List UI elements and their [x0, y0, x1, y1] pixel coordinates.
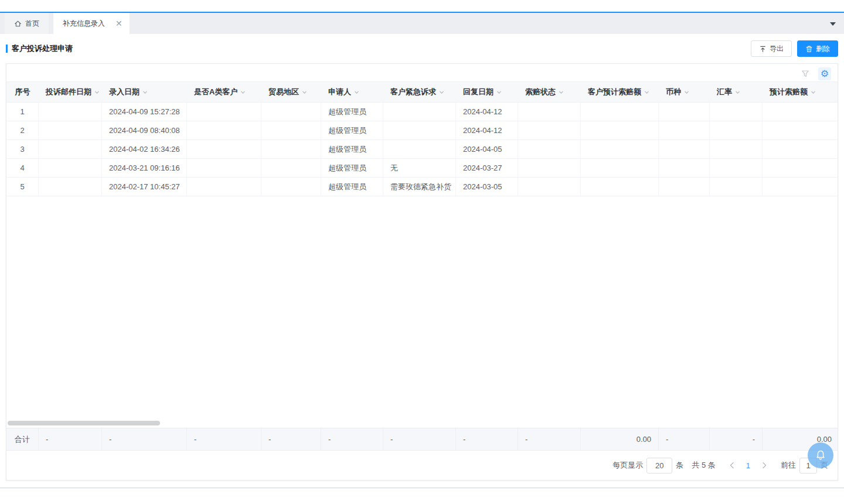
- column-header-urgent-request[interactable]: 客户紧急诉求: [383, 82, 456, 102]
- chevron-down-icon: [240, 90, 246, 95]
- table-row[interactable]: 32024-04-02 16:34:26超级管理员2024-04-05: [6, 140, 838, 159]
- cell-customer-est-claim: [581, 140, 659, 158]
- cell-index: 2: [6, 121, 39, 139]
- summary-exchange-rate: -: [710, 428, 763, 450]
- cell-est-claim: [763, 103, 839, 121]
- column-header-label: 客户紧急诉求: [390, 87, 436, 97]
- cell-trade-region: [261, 103, 321, 121]
- cell-is-class-a: [187, 121, 261, 139]
- delete-label: 删除: [816, 44, 830, 54]
- cell-customer-est-claim: [581, 103, 659, 121]
- column-header-applicant[interactable]: 申请人: [321, 82, 383, 102]
- column-header-index: 序号: [6, 82, 39, 102]
- bottom-divider: [0, 488, 844, 488]
- cell-urgent-request: [383, 140, 456, 158]
- chevron-down-icon: [684, 90, 689, 95]
- table-row[interactable]: 22024-04-09 08:40:08超级管理员2024-04-12: [6, 121, 838, 140]
- tab-supplementary-info-entry[interactable]: 补充信息录入 ✕: [53, 13, 130, 34]
- cell-entry-date: 2024-04-02 16:34:26: [102, 140, 187, 158]
- horizontal-scrollbar: [6, 421, 838, 428]
- cell-urgent-request: [383, 121, 456, 139]
- summary-is-class-a: -: [187, 428, 261, 450]
- table-body: 12024-04-09 15:27:28超级管理员2024-04-1222024…: [6, 103, 838, 196]
- page-size-input[interactable]: [646, 458, 672, 474]
- column-header-complaint-mail-date[interactable]: 投诉邮件日期: [39, 82, 102, 102]
- delete-button[interactable]: 删除: [797, 40, 838, 57]
- current-page-button[interactable]: 1: [740, 461, 756, 470]
- chevron-down-icon: [94, 90, 100, 95]
- chevron-down-icon: [496, 90, 502, 95]
- home-icon: [14, 20, 22, 28]
- chevron-right-icon[interactable]: [756, 462, 772, 469]
- cell-complaint-mail-date: [39, 178, 102, 196]
- cell-est-claim: [763, 178, 839, 196]
- cell-claim-status: [518, 159, 581, 177]
- column-header-reply-date[interactable]: 回复日期: [456, 82, 518, 102]
- summary-currency: -: [659, 428, 710, 450]
- close-icon[interactable]: ✕: [115, 19, 122, 28]
- column-header-currency[interactable]: 币种: [659, 82, 710, 102]
- cell-reply-date: 2024-04-12: [456, 121, 518, 139]
- tab-home[interactable]: 首页: [5, 13, 49, 34]
- tab-home-label: 首页: [25, 19, 39, 29]
- table-row[interactable]: 52024-02-17 10:45:27超级管理员需要玫德紧急补货2024-03…: [6, 178, 838, 196]
- funnel-icon[interactable]: [799, 67, 812, 80]
- table-toolbar: ⚙: [6, 64, 838, 81]
- table-row[interactable]: 42024-03-21 09:16:16超级管理员无2024-03-27: [6, 159, 838, 178]
- table-row[interactable]: 12024-04-09 15:27:28超级管理员2024-04-12: [6, 103, 838, 121]
- total-count-label: 共 5 条: [692, 460, 715, 471]
- table-panel: ⚙ 序号投诉邮件日期录入日期是否A类客户贸易地区申请人客户紧急诉求回复日期索赔状…: [6, 63, 838, 481]
- cell-index: 3: [6, 140, 39, 158]
- toolbar-actions: 导出 删除: [751, 40, 838, 57]
- column-header-label: 是否A类客户: [194, 87, 237, 97]
- cell-urgent-request: 需要玫德紧急补货: [383, 178, 456, 196]
- cell-customer-est-claim: [581, 178, 659, 196]
- trash-icon: [805, 45, 813, 53]
- caret-down-icon: [830, 22, 836, 29]
- cell-claim-status: [518, 103, 581, 121]
- column-header-is-class-a[interactable]: 是否A类客户: [187, 82, 261, 102]
- export-label: 导出: [770, 44, 784, 54]
- summary-claim-status: -: [518, 428, 581, 450]
- page-size-unit: 条: [676, 460, 683, 471]
- column-header-entry-date[interactable]: 录入日期: [102, 82, 187, 102]
- cell-is-class-a: [187, 159, 261, 177]
- cell-est-claim: [763, 140, 839, 158]
- column-header-label: 申请人: [328, 87, 351, 97]
- column-header-label: 投诉邮件日期: [46, 87, 91, 97]
- cell-currency: [659, 140, 710, 158]
- horizontal-scrollbar-thumb[interactable]: [8, 421, 160, 425]
- main-content: 客户投诉处理申请 导出 删除: [0, 34, 844, 481]
- chevron-down-icon: [735, 90, 740, 95]
- table-empty-space: [6, 196, 838, 421]
- table-summary-row: 合计--------0.00--0.00: [6, 428, 838, 451]
- column-header-trade-region[interactable]: 贸易地区: [261, 82, 321, 102]
- export-button[interactable]: 导出: [751, 40, 792, 57]
- cell-exchange-rate: [710, 103, 763, 121]
- column-header-est-claim[interactable]: 预计索赔额: [763, 82, 839, 102]
- cell-reply-date: 2024-04-05: [456, 140, 518, 158]
- tab-label: 补充信息录入: [63, 19, 105, 29]
- chevron-down-icon: [811, 90, 816, 95]
- column-header-exchange-rate[interactable]: 汇率: [710, 82, 763, 102]
- cell-currency: [659, 103, 710, 121]
- cell-index: 1: [6, 103, 39, 121]
- gear-icon[interactable]: ⚙: [818, 67, 831, 80]
- column-header-label: 币种: [666, 87, 681, 97]
- cell-currency: [659, 159, 710, 177]
- chevron-down-icon: [644, 90, 649, 95]
- cell-urgent-request: [383, 103, 456, 121]
- column-header-customer-est-claim[interactable]: 客户预计索赔额: [581, 82, 659, 102]
- cell-est-claim: [763, 121, 839, 139]
- column-header-claim-status[interactable]: 索赔状态: [518, 82, 581, 102]
- cell-is-class-a: [187, 178, 261, 196]
- cell-est-claim: [763, 159, 839, 177]
- cell-reply-date: 2024-04-12: [456, 103, 518, 121]
- chevron-down-icon: [142, 90, 148, 95]
- chevron-left-icon[interactable]: [724, 462, 740, 469]
- cell-urgent-request: 无: [383, 159, 456, 177]
- tab-list-dropdown[interactable]: [830, 13, 836, 34]
- cell-currency: [659, 178, 710, 196]
- table-header-row: 序号投诉邮件日期录入日期是否A类客户贸易地区申请人客户紧急诉求回复日期索赔状态客…: [6, 81, 838, 103]
- notification-fab[interactable]: [808, 442, 833, 468]
